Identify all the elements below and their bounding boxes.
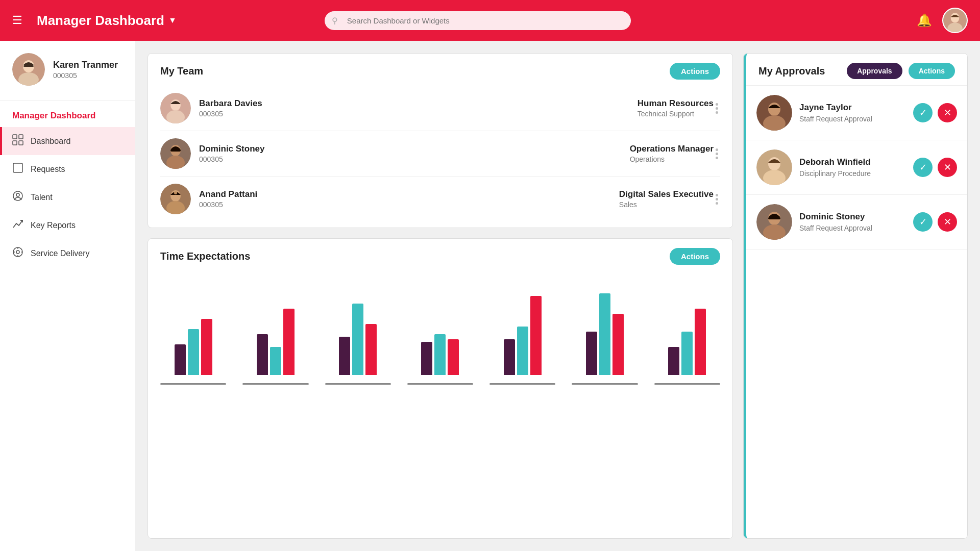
team-role-barbara: Human Resources Technical Support: [638, 98, 714, 118]
team-item-anand: Anand Pattani 000305 Digital Sales Execu…: [160, 177, 720, 221]
approval-info-jayne: Jayne Taylor Staff Request Approval: [799, 103, 906, 123]
chart-label-1: [242, 383, 308, 385]
approval-actions-jayne: ✓ ✕: [913, 103, 957, 122]
svg-point-33: [768, 103, 780, 116]
approvals-header: My Approvals Approvals Actions: [746, 54, 967, 86]
team-list: Barbara Davies 000305 Human Resources Te…: [148, 86, 732, 228]
team-name-dominic: Dominic Stoney: [199, 144, 609, 154]
team-role-title-anand: Digital Sales Executive: [619, 189, 714, 199]
svg-rect-41: [768, 217, 780, 219]
approvals-actions-button[interactable]: Actions: [909, 63, 955, 79]
chart-group-3: [407, 334, 473, 375]
profile-id: 000305: [53, 71, 118, 80]
chart-group-4: [489, 296, 555, 375]
team-info-dominic: Dominic Stoney 000305: [199, 144, 609, 163]
sidebar-item-dashboard[interactable]: Dashboard: [0, 127, 135, 155]
talent-icon: [12, 190, 23, 204]
svg-rect-10: [13, 141, 17, 145]
team-id-anand: 000305: [199, 201, 599, 209]
header-title: Manager Dashboard ▼: [37, 13, 177, 29]
my-team-actions-button[interactable]: Actions: [670, 63, 720, 80]
team-menu-anand[interactable]: [714, 192, 720, 207]
bar-teal-4: [517, 327, 528, 375]
time-expectations-card: Time Expectations Actions: [148, 238, 733, 539]
search-icon: ⚲: [332, 16, 338, 26]
notification-icon[interactable]: 🔔: [917, 13, 932, 28]
approval-avatar-dominic-approval: [756, 204, 792, 240]
layout: Karen Tranmer 000305 Manager Dashboard D…: [0, 41, 980, 551]
key-reports-icon: [12, 218, 23, 232]
sidebar-item-label-key-reports: Key Reports: [31, 221, 76, 230]
service-delivery-icon: [12, 246, 23, 260]
bar-red-1: [283, 309, 295, 375]
chart-group-5: [572, 293, 638, 375]
bar-red-6: [695, 309, 706, 375]
svg-point-14: [16, 193, 19, 196]
sidebar-dashboard-label: Manager Dashboard: [0, 101, 135, 127]
time-expectations-header: Time Expectations Actions: [148, 239, 732, 271]
sidebar-item-requests[interactable]: Requests: [0, 155, 135, 183]
approvals-tab-button[interactable]: Approvals: [847, 63, 902, 79]
bar-teal-5: [599, 293, 610, 375]
reject-button-jayne[interactable]: ✕: [938, 103, 957, 122]
search-input[interactable]: [325, 11, 631, 30]
team-avatar-anand: [160, 184, 191, 214]
header-title-arrow[interactable]: ▼: [168, 16, 177, 25]
reject-button-deborah[interactable]: ✕: [938, 158, 957, 177]
sidebar-item-service-delivery[interactable]: Service Delivery: [0, 239, 135, 267]
bar-dark-5: [586, 332, 597, 375]
approval-avatar-jayne: [756, 95, 792, 131]
team-info-barbara: Barbara Davies 000305: [199, 98, 617, 118]
bar-dark-2: [339, 337, 350, 375]
approvals-card: My Approvals Approvals Actions: [743, 53, 968, 539]
menu-icon[interactable]: ☰: [12, 14, 22, 27]
sidebar-item-key-reports[interactable]: Key Reports: [0, 211, 135, 239]
team-item-barbara: Barbara Davies 000305 Human Resources Te…: [160, 86, 720, 131]
approval-info-deborah: Deborah Winfield Disciplinary Procedure: [799, 157, 906, 178]
bar-dark-4: [504, 339, 515, 375]
chart-label-row: [148, 383, 732, 385]
main-content: My Team Actions: [135, 41, 980, 551]
time-expectations-actions-button[interactable]: Actions: [670, 248, 720, 265]
svg-point-36: [768, 157, 780, 170]
sidebar-item-label-service-delivery: Service Delivery: [31, 249, 90, 258]
bar-dark-0: [175, 344, 186, 375]
bar-dark-3: [421, 342, 432, 375]
chart-label-0: [160, 383, 226, 385]
approval-type-deborah: Disciplinary Procedure: [799, 169, 906, 178]
sidebar-item-label-requests: Requests: [31, 165, 65, 174]
bar-teal-2: [352, 304, 363, 375]
my-team-title: My Team: [160, 65, 203, 77]
team-avatar-dominic: [160, 138, 191, 169]
team-role-title-dominic: Operations Manager: [630, 144, 714, 154]
bar-teal-3: [434, 334, 446, 375]
team-role-dept-anand: Sales: [619, 201, 714, 209]
reject-button-dominic[interactable]: ✕: [938, 212, 957, 232]
sidebar-item-talent[interactable]: Talent: [0, 183, 135, 211]
dashboard-icon: [12, 134, 23, 148]
profile-info: Karen Tranmer 000305: [53, 60, 118, 80]
user-avatar-header[interactable]: [942, 8, 968, 33]
team-menu-barbara[interactable]: [714, 101, 720, 116]
approval-type-dominic-approval: Staff Request Approval: [799, 224, 906, 232]
sidebar-item-label-talent: Talent: [31, 193, 53, 202]
svg-rect-12: [13, 163, 22, 172]
team-name-anand: Anand Pattani: [199, 189, 599, 199]
team-menu-dominic[interactable]: [714, 146, 720, 161]
svg-point-16: [16, 251, 19, 254]
profile-avatar: [12, 53, 45, 86]
approve-button-deborah[interactable]: ✓: [913, 158, 933, 177]
chart-group-6: [654, 309, 720, 375]
chart-label-2: [325, 383, 391, 385]
approve-button-dominic[interactable]: ✓: [913, 212, 933, 232]
team-role-dept-barbara: Technical Support: [638, 110, 714, 118]
chart-group-2: [325, 304, 391, 375]
my-team-card: My Team Actions: [148, 53, 733, 228]
chart-area: [148, 271, 732, 383]
svg-rect-27: [170, 149, 181, 152]
approvals-card-inner: My Approvals Approvals Actions: [744, 54, 967, 538]
approval-item-dominic-approval: Dominic Stoney Staff Request Approval ✓ …: [746, 195, 967, 249]
sidebar-item-label-dashboard: Dashboard: [31, 137, 70, 146]
approve-button-jayne[interactable]: ✓: [913, 103, 933, 122]
team-name-barbara: Barbara Davies: [199, 98, 617, 109]
